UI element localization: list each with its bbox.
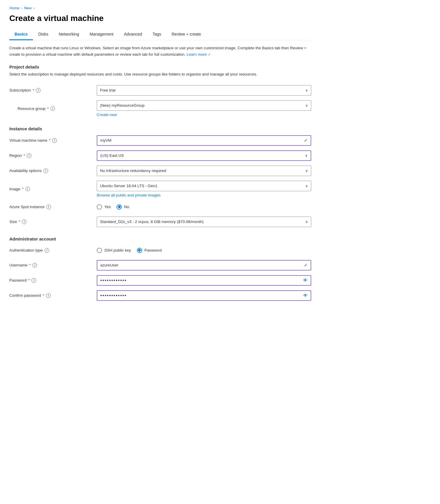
azure-spot-no-radio[interactable] <box>117 204 122 210</box>
confirm-password-label-cell: Confirm password * i <box>9 288 97 303</box>
auth-type-label-cell: Authentication type i <box>9 243 97 258</box>
username-info-icon[interactable]: i <box>32 263 37 268</box>
size-label-cell: Size * i <box>9 214 97 229</box>
auth-ssh-option[interactable]: SSH public key <box>97 248 131 253</box>
page-description: Create a virtual machine that runs Linux… <box>9 45 311 57</box>
tab-management[interactable]: Management <box>84 29 119 40</box>
page-title: Create a virtual machine <box>9 14 311 23</box>
password-eye-icon[interactable]: 👁 <box>303 278 308 283</box>
vm-name-control: ✓ <box>97 133 311 148</box>
confirm-password-required: * <box>43 293 44 298</box>
password-info-icon[interactable]: i <box>31 278 36 283</box>
breadcrumb-sep2: › <box>34 6 35 10</box>
tab-tags[interactable]: Tags <box>147 29 166 40</box>
subscription-label-cell: Subscription * i <box>9 83 97 98</box>
password-required: * <box>28 278 30 282</box>
tab-basics[interactable]: Basics <box>9 29 33 40</box>
vm-name-required: * <box>49 138 50 143</box>
resource-group-label-cell: Resource group * i <box>9 98 97 119</box>
size-select[interactable]: Standard_D2s_v3 - 2 vcpus, 8 GiB memory … <box>97 217 311 227</box>
auth-type-label: Authentication type <box>9 248 43 252</box>
breadcrumb: Home › New › <box>9 6 311 10</box>
region-label-cell: Region * i <box>9 148 97 163</box>
tabs-bar: Basics Disks Networking Management Advan… <box>9 29 311 40</box>
vm-name-label: Virtual machine name <box>9 138 47 143</box>
image-info-icon[interactable]: i <box>25 187 30 191</box>
username-input[interactable] <box>100 263 302 267</box>
tab-review[interactable]: Review + create <box>166 29 206 40</box>
vm-name-label-cell: Virtual machine name * i <box>9 133 97 148</box>
subscription-required: * <box>33 88 34 92</box>
vm-name-input[interactable] <box>100 138 302 143</box>
create-new-link[interactable]: Create new <box>97 113 311 117</box>
auth-password-option[interactable]: Password <box>137 248 162 253</box>
azure-spot-yes-radio[interactable] <box>97 204 102 210</box>
breadcrumb-home[interactable]: Home <box>9 6 20 10</box>
vm-name-info-icon[interactable]: i <box>52 138 57 143</box>
breadcrumb-new[interactable]: New <box>24 6 32 10</box>
image-select[interactable]: Ubuntu Server 18.04 LTS - Gen1 ∨ <box>97 181 311 191</box>
region-info-icon[interactable]: i <box>27 153 31 158</box>
region-required: * <box>24 153 25 158</box>
admin-account-title: Administrator account <box>9 236 311 241</box>
azure-spot-no[interactable]: No <box>117 204 129 210</box>
azure-spot-info-icon[interactable]: i <box>46 205 51 209</box>
auth-type-radio-group: SSH public key Password <box>97 245 311 255</box>
availability-control: No infrastructure redundancy required ∨ <box>97 163 311 178</box>
image-label-cell: Image * i <box>9 178 97 200</box>
learn-more-link[interactable]: Learn more <box>187 52 210 57</box>
auth-ssh-radio[interactable] <box>97 248 102 253</box>
azure-spot-yes[interactable]: Yes <box>97 204 111 210</box>
image-label: Image <box>9 187 20 191</box>
browse-images-link[interactable]: Browse all public and private images <box>97 193 311 197</box>
size-required: * <box>19 219 20 224</box>
password-label: Password <box>9 278 27 282</box>
resource-group-chevron: ∨ <box>305 103 308 108</box>
password-field[interactable]: •••••••••••• 👁 <box>97 275 311 286</box>
subscription-control: Free trial ∨ <box>97 83 311 98</box>
vm-name-field[interactable]: ✓ <box>97 135 311 146</box>
resource-group-required: * <box>47 106 49 111</box>
azure-spot-radio-group: Yes No <box>97 202 311 212</box>
resource-group-select[interactable]: (New) myResourceGroup ∨ <box>97 100 311 111</box>
subscription-info-icon[interactable]: i <box>36 88 41 93</box>
region-chevron: ∨ <box>305 154 308 158</box>
azure-spot-control: Yes No <box>97 200 311 214</box>
confirm-password-eye-icon[interactable]: 👁 <box>303 293 308 298</box>
availability-select[interactable]: No infrastructure redundancy required ∨ <box>97 166 311 176</box>
project-details-desc: Select the subscription to manage deploy… <box>9 71 311 78</box>
region-control: (US) East US ∨ <box>97 148 311 163</box>
username-field[interactable]: ✓ <box>97 260 311 271</box>
tab-advanced[interactable]: Advanced <box>119 29 147 40</box>
tab-disks[interactable]: Disks <box>33 29 53 40</box>
confirm-password-info-icon[interactable]: i <box>46 293 51 298</box>
azure-spot-label: Azure Spot instance <box>9 205 45 209</box>
confirm-password-dots: •••••••••••• <box>100 293 303 298</box>
username-required: * <box>29 263 31 267</box>
project-details-title: Project details <box>9 64 311 69</box>
size-control: Standard_D2s_v3 - 2 vcpus, 8 GiB memory … <box>97 214 311 229</box>
availability-info-icon[interactable]: i <box>43 168 48 173</box>
password-control: •••••••••••• 👁 <box>97 273 311 288</box>
username-label: Username <box>9 263 27 267</box>
size-info-icon[interactable]: i <box>22 219 27 224</box>
tab-networking[interactable]: Networking <box>53 29 84 40</box>
resource-group-info-icon[interactable]: i <box>50 106 55 111</box>
resource-group-control: (New) myResourceGroup ∨ Create new <box>97 98 311 119</box>
subscription-label: Subscription <box>9 88 31 92</box>
auth-type-info-icon[interactable]: i <box>45 248 49 253</box>
username-valid-icon: ✓ <box>304 262 308 268</box>
auth-password-radio[interactable] <box>137 248 142 253</box>
instance-details-title: Instance details <box>9 126 311 131</box>
confirm-password-field[interactable]: •••••••••••• 👁 <box>97 290 311 301</box>
subscription-select[interactable]: Free trial ∨ <box>97 85 311 96</box>
availability-chevron: ∨ <box>305 169 308 173</box>
username-label-cell: Username * i <box>9 258 97 273</box>
subscription-chevron: ∨ <box>305 88 308 92</box>
availability-label: Availability options <box>9 168 42 173</box>
vm-name-valid-icon: ✓ <box>304 138 308 143</box>
password-dots: •••••••••••• <box>100 278 303 283</box>
confirm-password-control: •••••••••••• 👁 <box>97 288 311 303</box>
region-select[interactable]: (US) East US ∨ <box>97 150 311 161</box>
auth-type-control: SSH public key Password <box>97 243 311 258</box>
